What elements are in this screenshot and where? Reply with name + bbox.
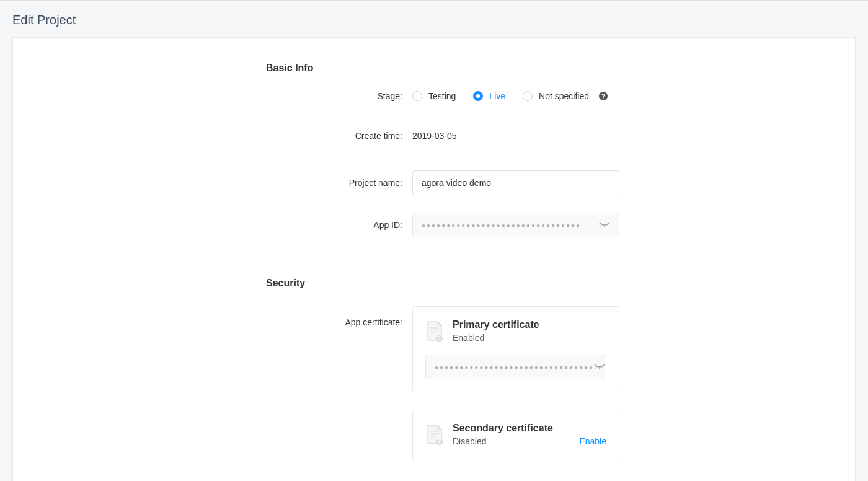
radio-label-live: Live <box>489 91 505 101</box>
help-icon[interactable]: ? <box>599 92 608 100</box>
create-time-row: Create time: 2019-03-05 <box>38 131 830 141</box>
app-id-row: App ID: ●●●●●●●●●●●●●●●●●●●●●●●●●●●●●●●● <box>38 213 830 237</box>
radio-label-not-specified: Not specified <box>539 91 589 101</box>
app-id-label: App ID: <box>38 220 412 230</box>
stage-radio-testing[interactable]: Testing <box>412 91 456 101</box>
svg-line-10 <box>603 367 603 368</box>
app-id-masked-box: ●●●●●●●●●●●●●●●●●●●●●●●●●●●●●●●● <box>412 213 619 237</box>
radio-label-testing: Testing <box>428 91 456 101</box>
create-time-label: Create time: <box>38 131 412 141</box>
app-certificate-row: App certificate: <box>38 306 830 461</box>
svg-line-0 <box>601 225 601 226</box>
page-container: Edit Project Basic Info Stage: Testing L… <box>0 0 868 481</box>
radio-circle-icon <box>412 91 422 101</box>
secondary-certificate-title: Secondary certificate <box>453 423 606 434</box>
primary-certificate-title: Primary certificate <box>453 319 606 330</box>
stage-radio-not-specified[interactable]: Not specified ? <box>523 91 608 101</box>
stage-row: Stage: Testing Live Not specified ? <box>38 91 830 101</box>
eye-reveal-icon[interactable] <box>594 363 605 371</box>
svg-line-2 <box>608 225 608 226</box>
stage-radio-group: Testing Live Not specified ? <box>412 91 608 101</box>
app-id-masked-value: ●●●●●●●●●●●●●●●●●●●●●●●●●●●●●●●● <box>422 222 581 229</box>
certificate-column: Primary certificate Enabled ●●●●●●●●●●●●… <box>412 306 619 461</box>
radio-circle-selected-icon <box>473 91 483 101</box>
section-divider <box>38 255 830 255</box>
app-certificate-label: App certificate: <box>38 306 412 327</box>
content-card: Basic Info Stage: Testing Live Not speci… <box>12 37 856 481</box>
primary-cert-masked-value: ●●●●●●●●●●●●●●●●●●●●●●●●●●●●●●●● <box>435 364 594 371</box>
primary-certificate-card: Primary certificate Enabled ●●●●●●●●●●●●… <box>412 306 619 392</box>
security-section-title: Security <box>266 278 830 289</box>
eye-reveal-icon[interactable] <box>599 221 610 229</box>
certificate-icon <box>425 320 444 345</box>
project-name-row: Project name: <box>38 170 830 195</box>
svg-line-8 <box>596 367 596 368</box>
stage-radio-live[interactable]: Live <box>473 91 505 101</box>
primary-certificate-status: Enabled <box>453 333 484 343</box>
enable-secondary-link[interactable]: Enable <box>579 436 606 446</box>
certificate-icon <box>425 424 444 448</box>
create-time-value: 2019-03-05 <box>412 131 457 141</box>
basic-info-section-title: Basic Info <box>266 63 830 74</box>
svg-point-14 <box>437 439 443 445</box>
primary-cert-masked-box: ●●●●●●●●●●●●●●●●●●●●●●●●●●●●●●●● <box>425 355 605 379</box>
stage-label: Stage: <box>38 91 412 101</box>
radio-circle-icon <box>523 91 533 101</box>
svg-point-6 <box>437 336 443 342</box>
project-name-input[interactable] <box>412 170 619 195</box>
page-title: Edit Project <box>12 13 856 27</box>
secondary-certificate-card: Secondary certificate Disabled Enable <box>412 410 619 461</box>
secondary-certificate-status: Disabled <box>453 436 486 446</box>
project-name-label: Project name: <box>38 178 412 188</box>
